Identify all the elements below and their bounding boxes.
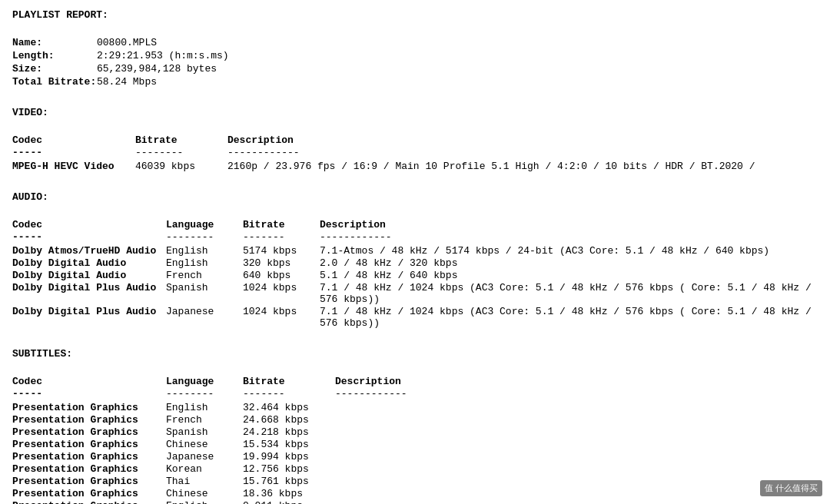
- sub-cell-codec: Presentation Graphics: [12, 463, 166, 475]
- bitrate-value: 58.24 Mbps: [97, 76, 157, 88]
- sub-cell-bitrate: 12.756 kbps: [243, 463, 335, 475]
- video-div-bitrate: --------: [135, 147, 227, 158]
- video-cell-codec: MPEG-H HEVC Video: [12, 161, 135, 172]
- sub-cell-lang: English: [166, 402, 243, 413]
- audio-div-bitrate: -------: [243, 231, 320, 243]
- subtitles-section: SUBTITLES: Codec Language Bitrate Descri…: [12, 348, 818, 504]
- audio-row: Dolby Atmos/TrueHD Audio English 5174 kb…: [12, 245, 818, 257]
- sub-div-bitrate: -------: [243, 388, 335, 400]
- sub-cell-codec: Presentation Graphics: [12, 439, 166, 450]
- audio-cell-codec: Dolby Digital Audio: [12, 257, 166, 269]
- bitrate-label: Total Bitrate:: [12, 76, 97, 88]
- audio-cell-codec: Dolby Atmos/TrueHD Audio: [12, 245, 166, 257]
- sub-cell-lang: Korean: [166, 463, 243, 475]
- sub-col-lang: Language: [166, 376, 243, 387]
- sub-cell-codec: Presentation Graphics: [12, 476, 166, 487]
- name-value: 00800.MPLS: [97, 37, 157, 48]
- audio-cell-lang: Spanish: [166, 282, 243, 305]
- audio-div-codec: -----: [12, 231, 166, 243]
- audio-table: Codec Language Bitrate Description -----…: [12, 219, 818, 329]
- sub-cell-bitrate: 32.464 kbps: [243, 402, 335, 413]
- subtitles-divider: ----- -------- ------- ------------: [12, 388, 818, 400]
- size-label: Size:: [12, 63, 97, 75]
- audio-rows: Dolby Atmos/TrueHD Audio English 5174 kb…: [12, 245, 818, 329]
- audio-cell-lang: English: [166, 257, 243, 269]
- sub-cell-desc: [335, 500, 818, 504]
- video-title: VIDEO:: [12, 107, 818, 118]
- sub-div-desc: ------------: [335, 388, 818, 400]
- audio-cell-desc: 2.0 / 48 kHz / 320 kbps: [320, 257, 818, 269]
- name-label: Name:: [12, 37, 97, 48]
- audio-cell-bitrate: 5174 kbps: [243, 245, 320, 257]
- subtitle-row: Presentation Graphics Korean 12.756 kbps: [12, 463, 818, 475]
- sub-cell-desc: [335, 439, 818, 450]
- audio-div-lang: --------: [166, 231, 243, 243]
- subtitle-row: Presentation Graphics Chinese 15.534 kbp…: [12, 439, 818, 450]
- audio-row: Dolby Digital Audio French 640 kbps 5.1 …: [12, 270, 818, 281]
- subtitle-row: Presentation Graphics French 24.668 kbps: [12, 414, 818, 426]
- video-rows: MPEG-H HEVC Video 46039 kbps 2160p / 23.…: [12, 161, 818, 172]
- video-col-bitrate: Bitrate: [135, 134, 227, 146]
- video-div-desc: ------------: [227, 147, 818, 158]
- sub-cell-lang: English: [166, 500, 243, 504]
- bitrate-row: Total Bitrate: 58.24 Mbps: [12, 76, 818, 88]
- audio-title: AUDIO:: [12, 191, 818, 203]
- video-cell-bitrate: 46039 kbps: [135, 161, 227, 172]
- sub-div-codec: -----: [12, 388, 166, 400]
- video-col-codec: Codec: [12, 134, 135, 146]
- audio-section: AUDIO: Codec Language Bitrate Descriptio…: [12, 191, 818, 329]
- video-cell-desc: 2160p / 23.976 fps / 16:9 / Main 10 Prof…: [227, 161, 818, 172]
- audio-cell-lang: French: [166, 270, 243, 281]
- sub-cell-lang: Chinese: [166, 488, 243, 499]
- sub-cell-desc: [335, 426, 818, 438]
- audio-col-bitrate: Bitrate: [243, 219, 320, 230]
- audio-row: Dolby Digital Plus Audio Spanish 1024 kb…: [12, 282, 818, 305]
- audio-cell-codec: Dolby Digital Audio: [12, 270, 166, 281]
- subtitles-table: Codec Language Bitrate Description -----…: [12, 376, 818, 504]
- sub-cell-lang: Thai: [166, 476, 243, 487]
- sub-cell-bitrate: 0.011 kbps: [243, 500, 335, 504]
- sub-cell-bitrate: 24.668 kbps: [243, 414, 335, 426]
- watermark: 值 什么值得买: [760, 480, 822, 496]
- sub-col-codec: Codec: [12, 376, 166, 387]
- audio-col-lang: Language: [166, 219, 243, 230]
- sub-cell-lang: Chinese: [166, 439, 243, 450]
- audio-header: Codec Language Bitrate Description: [12, 219, 818, 230]
- video-divider: ----- -------- ------------: [12, 147, 818, 158]
- sub-cell-bitrate: 15.534 kbps: [243, 439, 335, 450]
- audio-cell-bitrate: 640 kbps: [243, 270, 320, 281]
- sub-cell-lang: Spanish: [166, 426, 243, 438]
- name-row: Name: 00800.MPLS: [12, 37, 818, 48]
- video-div-codec: -----: [12, 147, 135, 158]
- length-label: Length:: [12, 50, 97, 61]
- sub-cell-codec: Presentation Graphics: [12, 426, 166, 438]
- sub-col-desc: Description: [335, 376, 818, 387]
- sub-cell-codec: Presentation Graphics: [12, 488, 166, 499]
- audio-cell-bitrate: 320 kbps: [243, 257, 320, 269]
- audio-row: Dolby Digital Plus Audio Japanese 1024 k…: [12, 306, 818, 329]
- sub-cell-codec: Presentation Graphics: [12, 402, 166, 413]
- subtitle-row: Presentation Graphics Thai 15.761 kbps: [12, 476, 818, 487]
- report-section: PLAYLIST REPORT: Name: 00800.MPLS Length…: [12, 9, 818, 88]
- sub-cell-codec: Presentation Graphics: [12, 500, 166, 504]
- sub-cell-desc: [335, 451, 818, 463]
- audio-cell-lang: Japanese: [166, 306, 243, 329]
- video-section: VIDEO: Codec Bitrate Description ----- -…: [12, 107, 818, 172]
- audio-cell-bitrate: 1024 kbps: [243, 282, 320, 305]
- sub-cell-lang: French: [166, 414, 243, 426]
- sub-div-lang: --------: [166, 388, 243, 400]
- video-table: Codec Bitrate Description ----- --------…: [12, 134, 818, 172]
- sub-cell-desc: [335, 414, 818, 426]
- audio-cell-bitrate: 1024 kbps: [243, 306, 320, 329]
- report-title: PLAYLIST REPORT:: [12, 9, 818, 21]
- sub-cell-desc: [335, 463, 818, 475]
- audio-div-desc: ------------: [320, 231, 818, 243]
- subtitle-row: Presentation Graphics Spanish 24.218 kbp…: [12, 426, 818, 438]
- sub-cell-codec: Presentation Graphics: [12, 414, 166, 426]
- sub-cell-bitrate: 19.994 kbps: [243, 451, 335, 463]
- length-value: 2:29:21.953 (h:m:s.ms): [97, 50, 229, 61]
- audio-cell-desc: 5.1 / 48 kHz / 640 kbps: [320, 270, 818, 281]
- subtitle-row: Presentation Graphics Chinese 18.36 kbps: [12, 488, 818, 499]
- subtitle-rows: Presentation Graphics English 32.464 kbp…: [12, 402, 818, 504]
- video-row: MPEG-H HEVC Video 46039 kbps 2160p / 23.…: [12, 161, 818, 172]
